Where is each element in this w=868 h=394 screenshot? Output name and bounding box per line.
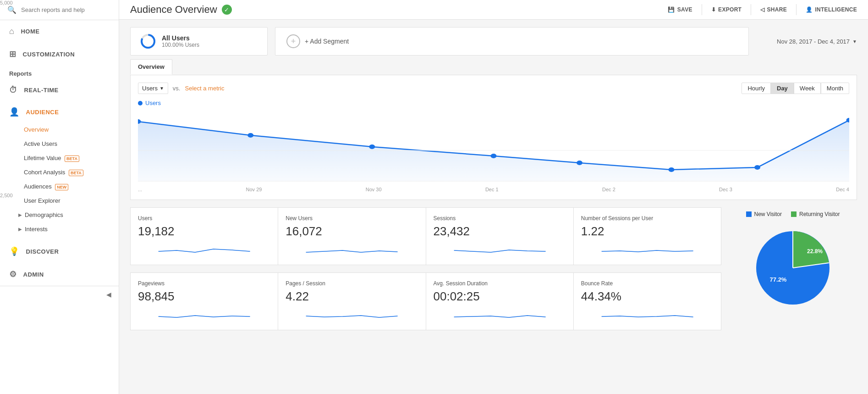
stats-and-pie: Users 19,182 New Users 16,072 (130, 207, 857, 338)
stats-row-2: Pageviews 98,845 Pages / Session 4.22 (130, 272, 721, 330)
stat-label-pageviews: Pageviews (138, 280, 270, 287)
svg-point-9 (754, 165, 760, 170)
sidebar-sub-item-user-explorer[interactable]: User Explorer (0, 194, 119, 208)
svg-point-7 (577, 161, 582, 165)
main-content: Audience Overview ✓ 💾 SAVE ⬇ EXPORT ◁ SH… (119, 0, 868, 394)
search-input[interactable] (21, 6, 111, 13)
all-users-segment[interactable]: All Users 100.00% Users (130, 27, 268, 55)
x-axis-labels: ... Nov 29 Nov 30 Dec 1 Dec 2 Dec 3 Dec … (138, 185, 849, 192)
sidebar-item-audience[interactable]: 👤 AUDIENCE (0, 101, 119, 122)
chevron-right-icon: ▶ (18, 212, 22, 217)
sidebar-sub-item-active-users[interactable]: Active Users (0, 137, 119, 151)
metric-selector[interactable]: Users ▼ (138, 83, 168, 94)
stat-value-new-users: 16,072 (286, 224, 418, 239)
stat-card-bounce-rate: Bounce Rate 44.34% (573, 272, 721, 330)
pie-legend-returning-visitor: Returning Visitor (791, 211, 840, 217)
sidebar-discover-label: DISCOVER (26, 248, 59, 255)
pie-label-blue: 77.2% (770, 276, 787, 283)
share-button[interactable]: ◁ SHARE (760, 6, 787, 13)
date-range-selector[interactable]: Nov 28, 2017 - Dec 4, 2017 ▼ (777, 38, 857, 45)
add-segment-button[interactable]: + + Add Segment (275, 27, 749, 55)
segment-name: All Users (162, 34, 199, 42)
pie-chart-svg: 77.2% 22.8% (747, 222, 839, 314)
chart-controls: Users ▼ vs. Select a metric Hourly Day W… (138, 83, 849, 94)
tab-overview[interactable]: Overview (130, 59, 172, 75)
sidebar-item-discover[interactable]: 💡 DISCOVER (0, 240, 119, 263)
verified-icon: ✓ (222, 5, 232, 15)
segment-date-row: All Users 100.00% Users + + Add Segment … (130, 27, 857, 55)
save-button[interactable]: 💾 SAVE (668, 6, 692, 13)
x-label-1: Nov 29 (246, 187, 262, 192)
stats-row-1: Users 19,182 New Users 16,072 (130, 207, 721, 265)
sidebar-sub-item-lifetime-value[interactable]: Lifetime Value BETA (0, 151, 119, 165)
sparkline-asd (434, 307, 566, 321)
legend-label: Users (145, 100, 161, 106)
divider-1 (702, 4, 702, 15)
x-label-6: Dec 4 (836, 187, 849, 192)
stat-card-pages-per-session: Pages / Session 4.22 (278, 272, 425, 330)
sidebar-item-realtime[interactable]: ⏱ REAL-TIME (0, 79, 119, 101)
sidebar-sub-group-demographics[interactable]: ▶ Demographics (0, 208, 119, 222)
save-icon: 💾 (668, 6, 675, 13)
divider-2 (751, 4, 751, 15)
sidebar-item-admin[interactable]: ⚙ ADMIN (0, 263, 119, 286)
stat-label-sessions-per-user: Number of Sessions per User (581, 215, 714, 222)
sidebar-sub-item-overview[interactable]: Overview (0, 122, 119, 137)
time-btn-day[interactable]: Day (771, 83, 794, 94)
stat-label-avg-session-duration: Avg. Session Duration (434, 280, 566, 287)
date-range-label: Nov 28, 2017 - Dec 4, 2017 (777, 38, 850, 45)
time-buttons: Hourly Day Week Month (742, 83, 849, 94)
x-label-0: ... (138, 187, 142, 192)
stat-label-new-users: New Users (286, 215, 418, 222)
sidebar-collapse-button[interactable]: ◀ (0, 286, 119, 303)
svg-point-5 (369, 144, 375, 149)
lifetime-value-badge: BETA (65, 155, 79, 162)
audiences-badge: NEW (55, 184, 68, 190)
stat-label-users: Users (138, 215, 270, 222)
time-btn-month[interactable]: Month (821, 83, 849, 94)
stat-value-sessions: 23,432 (434, 224, 566, 239)
sidebar-admin-label: ADMIN (23, 271, 44, 278)
time-btn-week[interactable]: Week (794, 83, 821, 94)
stat-card-users: Users 19,182 (130, 207, 278, 265)
sparkline-pps (286, 307, 418, 321)
intelligence-button[interactable]: 👤 INTELLIGENCE (806, 6, 857, 13)
intelligence-icon: 👤 (806, 6, 813, 13)
stat-value-avg-session-duration: 00:02:25 (434, 289, 566, 304)
sidebar-item-home[interactable]: ⌂ HOME (0, 20, 119, 43)
page-title: Audience Overview (130, 4, 217, 16)
pie-label-green: 22.8% (807, 248, 823, 255)
stat-card-new-users: New Users 16,072 (278, 207, 425, 265)
divider-3 (796, 4, 797, 15)
stat-label-sessions: Sessions (434, 215, 566, 222)
export-icon: ⬇ (711, 6, 716, 13)
stat-label-bounce-rate: Bounce Rate (581, 280, 714, 287)
sidebar-sub-item-audiences[interactable]: Audiences NEW (0, 179, 119, 194)
chart-container: Users ▼ vs. Select a metric Hourly Day W… (130, 75, 857, 200)
segment-sub: 100.00% Users (162, 42, 199, 48)
sparkline-pageviews (138, 307, 270, 321)
sidebar-sub-item-cohort-analysis[interactable]: Cohort Analysis BETA (0, 165, 119, 179)
time-btn-hourly[interactable]: Hourly (742, 83, 771, 94)
chart-area: 5,000 2,500 (138, 110, 849, 192)
x-label-2: Nov 30 (366, 187, 382, 192)
stat-value-users: 19,182 (138, 224, 270, 239)
top-bar: Audience Overview ✓ 💾 SAVE ⬇ EXPORT ◁ SH… (119, 0, 868, 20)
svg-point-6 (491, 154, 497, 158)
line-chart-svg (138, 110, 849, 183)
svg-point-4 (247, 133, 253, 138)
sidebar-sub-group-interests[interactable]: ▶ Interests (0, 222, 119, 236)
sidebar-item-customization[interactable]: ⊞ CUSTOMIZATION (0, 43, 119, 66)
pie-legend: New Visitor Returning Visitor (746, 211, 840, 217)
sidebar-home-label: HOME (21, 28, 39, 35)
sidebar-audience-label: AUDIENCE (26, 109, 59, 116)
sidebar-search[interactable]: 🔍 (0, 0, 119, 20)
sparkline-sessions (434, 242, 566, 256)
sidebar-realtime-label: REAL-TIME (24, 87, 59, 94)
select-metric-link[interactable]: Select a metric (185, 85, 224, 92)
stat-card-avg-session-duration: Avg. Session Duration 00:02:25 (426, 272, 573, 330)
date-range-chevron: ▼ (852, 39, 857, 44)
export-button[interactable]: ⬇ EXPORT (711, 6, 742, 13)
pie-chart-section: New Visitor Returning Visitor (729, 207, 857, 338)
stat-value-bounce-rate: 44.34% (581, 289, 714, 304)
